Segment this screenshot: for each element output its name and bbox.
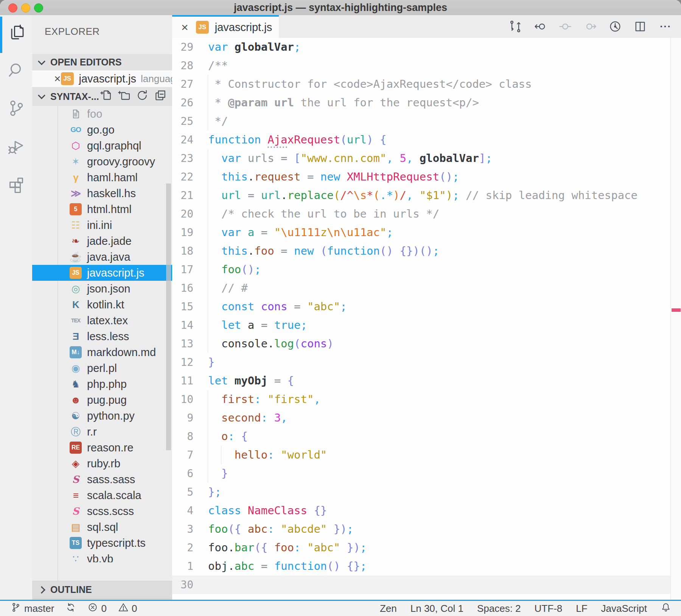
status-zen[interactable]: Zen [380,603,397,614]
status-sync[interactable] [65,602,76,615]
file-item-haskell-hs[interactable]: ≫haskell.hs [32,185,172,201]
activity-settings-button[interactable] [0,562,32,596]
file-item-less-less[interactable]: Ǝless.less [32,328,172,344]
close-icon[interactable]: × [54,72,61,85]
file-item-sql-sql[interactable]: ▤sql.sql [32,519,172,535]
file-item-groovy-groovy[interactable]: ✶groovy.groovy [32,154,172,170]
file-item-typescript-ts[interactable]: TStypescript.ts [32,535,172,551]
activity-extensions-button[interactable] [0,166,32,203]
code-line-17[interactable]: 17 foo(); [172,260,670,279]
code-line-6[interactable]: 6 } [172,464,670,483]
activity-source-control-button[interactable] [0,91,32,127]
file-item-scss-scss[interactable]: Sscss.scss [32,503,172,519]
code-line-7[interactable]: 7 hello: "world" [172,446,670,464]
status-0[interactable]: 0 [118,602,137,615]
file-item-kotlin-kt[interactable]: Kkotlin.kt [32,297,172,313]
more-actions-icon[interactable] [658,19,673,34]
minimize-window-button[interactable] [21,3,30,12]
back-circle-icon[interactable] [533,19,548,34]
open-changes-icon[interactable] [508,19,523,34]
status-ln-30-col-1[interactable]: Ln 30, Col 1 [410,603,463,614]
code-line-21[interactable]: 21 url = url.replace(/^\s*(.*)/, "$1"); … [172,186,670,205]
code-area[interactable]: 29var globalVar;28/**27 * Constructor fo… [172,38,670,600]
new-folder-button[interactable] [118,89,131,104]
file-item-ruby-rb[interactable]: ◈ruby.rb [32,456,172,471]
file-item-latex-tex[interactable]: TEXlatex.tex [32,313,172,328]
file-item-javascript-js[interactable]: JSjavascript.js [32,265,172,281]
code-line-20[interactable]: 20 /* check the url to be in urls */ [172,205,670,223]
file-item-markdown-md[interactable]: M↓markdown.md [32,344,172,360]
file-item-scala-scala[interactable]: ≡scala.scala [32,487,172,503]
outline-panel-header[interactable]: OUTLINE [32,581,172,598]
file-item-java-java[interactable]: ☕java.java [32,249,172,265]
code-line-29[interactable]: 29var globalVar; [172,38,670,56]
activity-explorer-button[interactable] [0,15,32,51]
open-editors-header[interactable]: OPEN EDITORS [32,54,172,70]
code-line-8[interactable]: 8 o: { [172,427,670,446]
refresh-explorer-button[interactable] [136,89,149,104]
timeline-history-icon[interactable] [608,19,623,34]
file-item-gql-graphql[interactable]: ⬡gql.graphql [32,138,172,154]
folder-section-header[interactable]: SYNTAX-... [32,87,172,106]
tab-javascript[interactable]: × JS javascript.js [172,15,279,38]
status-master[interactable]: master [11,602,54,615]
new-file-button[interactable] [100,89,112,104]
file-item-python-py[interactable]: ☯python.py [32,408,172,424]
file-item-reason-re[interactable]: REreason.re [32,440,172,456]
status-javascript[interactable]: JavaScript [601,603,647,614]
code-line-24[interactable]: 24function AjaxRequest(url) { [172,131,670,149]
code-line-16[interactable]: 16 // # [172,279,670,297]
zoom-window-button[interactable] [34,3,43,12]
file-item-php-php[interactable]: ♞php.php [32,376,172,392]
status-utf-8[interactable]: UTF-8 [535,603,563,614]
activity-search-button[interactable] [0,53,32,89]
close-window-button[interactable] [8,3,17,12]
collapse-folders-button[interactable] [154,89,167,104]
code-line-12[interactable]: 12} [172,353,670,372]
code-line-5[interactable]: 5}; [172,483,670,501]
file-item-haml-haml[interactable]: γhaml.haml [32,170,172,185]
file-item-vb-vb[interactable]: ∵vb.vb [32,551,172,562]
code-line-22[interactable]: 22 this.request = new XMLHttpRequest(); [172,168,670,186]
file-item-pug-pug[interactable]: ☻pug.pug [32,392,172,408]
activity-account-button[interactable] [0,520,32,554]
file-item-ini-ini[interactable]: ☷ini.ini [32,217,172,233]
file-item-sass-sass[interactable]: Ssass.sass [32,471,172,487]
code-line-3[interactable]: 3foo({ abc: "abcde" }); [172,520,670,538]
code-line-15[interactable]: 15 const cons = "abc"; [172,297,670,316]
open-editor-item[interactable]: × JS javascript.js languages [32,70,172,87]
code-line-28[interactable]: 28/** [172,56,670,75]
code-line-26[interactable]: 26 * @param url the url for the request<… [172,93,670,112]
code-line-14[interactable]: 14 let a = true; [172,316,670,334]
status-lf[interactable]: LF [576,603,587,614]
code-line-10[interactable]: 10 first: "first", [172,390,670,409]
file-item-json-json[interactable]: ◎json.json [32,281,172,297]
file-item-r-r[interactable]: Ⓡr.r [32,424,172,440]
file-item-go-go[interactable]: GOgo.go [32,122,172,138]
file-item-foo[interactable]: foo [32,106,172,122]
code-line-11[interactable]: 11let myObj = { [172,372,670,390]
split-editor-icon[interactable] [633,19,648,34]
code-line-19[interactable]: 19 var a = "\u1111z\n\u11ac"; [172,223,670,242]
sidebar-scrollbar[interactable] [166,184,171,450]
activity-run-debug-button[interactable] [0,129,32,165]
code-line-4[interactable]: 4class NameClass {} [172,501,670,520]
code-line-13[interactable]: 13 console.log(cons) [172,334,670,353]
code-line-18[interactable]: 18 this.foo = new (function() {})(); [172,242,670,260]
file-item-perl-pl[interactable]: ◉perl.pl [32,360,172,376]
code-line-9[interactable]: 9 second: 3, [172,409,670,427]
status-bell[interactable] [661,602,671,615]
code-line-2[interactable]: 2foo.bar({ foo: "abc" }); [172,538,670,557]
code-line-23[interactable]: 23 var urls = ["www.cnn.com", 5, globalV… [172,149,670,168]
code-line-1[interactable]: 1obj.abc = function() {}; [172,557,670,576]
code-line-25[interactable]: 25 */ [172,112,670,131]
code-line-27[interactable]: 27 * Constructor for <code>AjaxRequest</… [172,75,670,93]
file-item-jade-jade[interactable]: ❧jade.jade [32,233,172,249]
file-item-html-html[interactable]: 5html.html [32,201,172,217]
close-tab-icon[interactable]: × [181,20,188,34]
line-number: 13 [172,334,193,353]
status-0[interactable]: 0 [87,602,106,615]
overview-ruler[interactable] [670,38,681,600]
status-spaces-2[interactable]: Spaces: 2 [477,603,521,614]
code-line-30[interactable]: 30 [172,576,670,594]
